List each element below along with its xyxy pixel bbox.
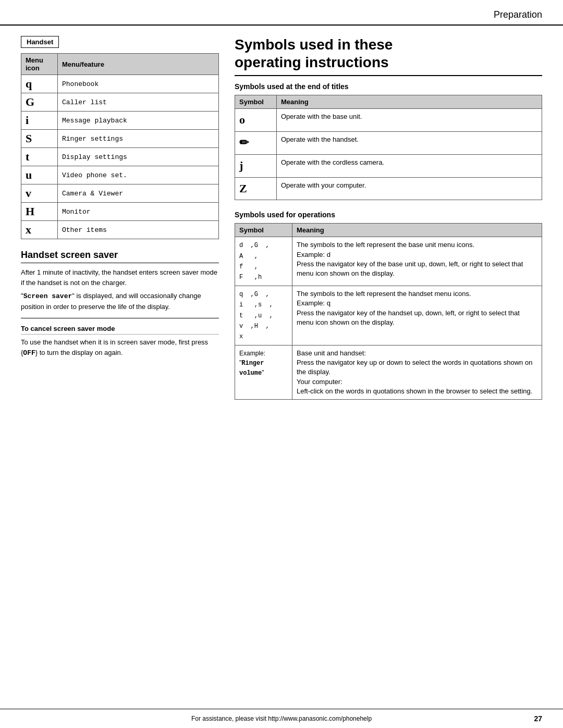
- menu-feature-cell: Message playback: [58, 112, 219, 130]
- cancel-heading: To cancel screen saver mode: [21, 325, 219, 335]
- menu-icon-cell: q: [21, 75, 58, 93]
- menu-feature-cell: Camera & Viewer: [58, 184, 219, 203]
- sym-table1-col2: Meaning: [277, 95, 542, 109]
- meaning-cell: Operate with your computer.: [277, 177, 542, 200]
- menu-table-row: H Monitor: [21, 203, 219, 221]
- menu-feature-cell: Display settings: [58, 148, 219, 166]
- section2-heading: Symbols used for operations: [235, 211, 542, 219]
- page-header: Preparation: [0, 0, 563, 26]
- menu-table-row: G Caller list: [21, 93, 219, 112]
- symbols-table2: Symbol Meaning d ,G , A , f , F ,h The s…: [235, 223, 542, 400]
- footer-text: For assistance, please visit http://www.…: [36, 715, 527, 722]
- screen-saver-heading: Handset screen saver: [21, 250, 219, 263]
- sym-table1-row: ✏ Operate with the handset.: [235, 131, 542, 154]
- menu-table-row: v Camera & Viewer: [21, 184, 219, 203]
- menu-table-row: u Video phone set.: [21, 166, 219, 184]
- menu-feature-cell: Ringer settings: [58, 130, 219, 148]
- symbols-table1: Symbol Meaning o Operate with the base u…: [235, 95, 542, 200]
- sym-cell: ✏: [235, 131, 277, 154]
- meaning-cell: Operate with the cordless camera.: [277, 154, 542, 177]
- menu-icon-cell: t: [21, 148, 58, 166]
- cancel-para: To use the handset when it is in screen …: [21, 337, 219, 358]
- page-container: Preparation Handset Menu icon Menu/featu…: [0, 0, 563, 728]
- menu-table-row: q Phonebook: [21, 75, 219, 93]
- menu-feature-cell: Monitor: [58, 203, 219, 221]
- sym-table2-col2: Meaning: [292, 224, 542, 237]
- sym-table1-row: j Operate with the cordless camera.: [235, 154, 542, 177]
- ops-meaning-cell2: The symbols to the left represent the ha…: [292, 286, 542, 346]
- section-divider: [21, 318, 219, 318]
- page-footer: For assistance, please visit http://www.…: [0, 709, 563, 728]
- sym-table2-col1: Symbol: [235, 224, 292, 237]
- meaning-cell: Operate with the handset.: [277, 131, 542, 154]
- menu-table-row: x Other items: [21, 221, 219, 239]
- menu-table-row: t Display settings: [21, 148, 219, 166]
- menu-icon-cell: u: [21, 166, 58, 184]
- menu-table-row: S Ringer settings: [21, 130, 219, 148]
- ops-meaning-cell3: Base unit and handset:Press the navigato…: [292, 346, 542, 400]
- menu-icon-cell: G: [21, 93, 58, 112]
- sym-table1-col1: Symbol: [235, 95, 277, 109]
- sym-table2-row: Example: "Ringervolume" Base unit and ha…: [235, 346, 542, 400]
- menu-col2-header: Menu/feature: [58, 54, 219, 75]
- ops-meaning-cell1: The symbols to the left represent the ba…: [292, 237, 542, 286]
- menu-icon-cell: v: [21, 184, 58, 203]
- footer-page-number: 27: [527, 714, 542, 723]
- sym-cell: j: [235, 154, 277, 177]
- cancel-mono: OFF: [23, 349, 35, 357]
- sym-cell: Z: [235, 177, 277, 200]
- cancel-body: To use the handset when it is in screen …: [21, 337, 219, 358]
- screen-saver-mono: Screen saver: [23, 292, 72, 300]
- main-heading-line2: operating instructions: [235, 54, 389, 70]
- ops-sym-cell1: d ,G , A , f , F ,h: [235, 237, 292, 286]
- ops-sym-cell3: Example: "Ringervolume": [235, 346, 292, 400]
- menu-feature-cell: Other items: [58, 221, 219, 239]
- menu-col1-header: Menu icon: [21, 54, 58, 75]
- screen-saver-para2: "Screen saver" is displayed, and will oc…: [21, 291, 219, 312]
- menu-icon-cell: S: [21, 130, 58, 148]
- section1-heading: Symbols used at the end of titles: [235, 82, 542, 91]
- menu-table: Menu icon Menu/feature q Phonebook G Cal…: [21, 53, 219, 239]
- menu-table-row: i Message playback: [21, 112, 219, 130]
- main-content: Handset Menu icon Menu/feature q Phonebo…: [0, 26, 563, 441]
- main-heading: Symbols used in these operating instruct…: [235, 36, 542, 76]
- sym-cell: o: [235, 109, 277, 132]
- header-title: Preparation: [494, 9, 542, 20]
- meaning-cell: Operate with the base unit.: [277, 109, 542, 132]
- menu-feature-cell: Caller list: [58, 93, 219, 112]
- ops-sym-cell2: q ,G , i ,s , t ,u , v ,H , x: [235, 286, 292, 346]
- screen-saver-body: After 1 minute of inactivity, the handse…: [21, 267, 219, 312]
- sym-table1-row: o Operate with the base unit.: [235, 109, 542, 132]
- menu-icon-cell: H: [21, 203, 58, 221]
- handset-label: Handset: [21, 36, 59, 48]
- screen-saver-para1: After 1 minute of inactivity, the handse…: [21, 267, 219, 288]
- menu-icon-cell: x: [21, 221, 58, 239]
- menu-icon-cell: i: [21, 112, 58, 130]
- sym-table2-row: q ,G , i ,s , t ,u , v ,H , x The symbol…: [235, 286, 542, 346]
- sym-table1-row: Z Operate with your computer.: [235, 177, 542, 200]
- menu-feature-cell: Video phone set.: [58, 166, 219, 184]
- menu-feature-cell: Phonebook: [58, 75, 219, 93]
- left-column: Handset Menu icon Menu/feature q Phonebo…: [21, 36, 219, 410]
- main-heading-line1: Symbols used in these: [235, 36, 393, 53]
- cancel-suffix: } to turn the display on again.: [35, 349, 123, 356]
- sym-table2-row: d ,G , A , f , F ,h The symbols to the l…: [235, 237, 542, 286]
- right-column: Symbols used in these operating instruct…: [235, 36, 542, 410]
